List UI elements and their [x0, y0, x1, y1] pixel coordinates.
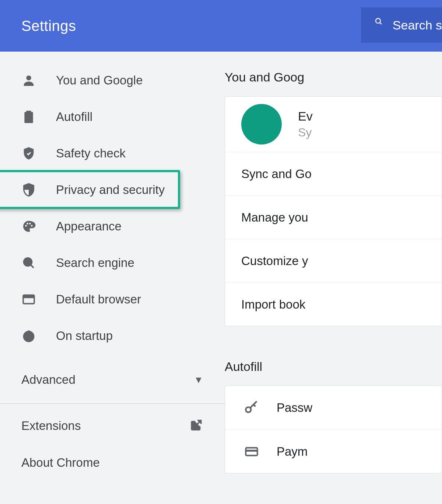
credit-card-icon: [241, 444, 262, 459]
sidebar-item-appearance[interactable]: Appearance: [0, 208, 225, 244]
svg-point-4: [27, 223, 28, 225]
svg-point-5: [29, 223, 31, 225]
row-customize-your-profile[interactable]: Customize y: [225, 239, 442, 282]
search-label: Search s: [393, 18, 442, 32]
search-box[interactable]: Search s: [361, 7, 442, 43]
sidebar-item-default-browser[interactable]: Default browser: [0, 281, 225, 317]
row-label: Customize y: [241, 254, 308, 268]
svg-point-2: [26, 75, 31, 80]
row-manage-your-google-account[interactable]: Manage you: [225, 195, 442, 239]
row-label: Paym: [277, 445, 308, 459]
profile-subtext: Sy: [298, 126, 313, 139]
main-content: You and Goog Ev Sy Sync and Go Manage yo…: [225, 52, 442, 504]
sidebar-item-label: Appearance: [56, 219, 122, 233]
sidebar-item-label: Default browser: [56, 292, 141, 306]
sidebar-item-you-and-google[interactable]: You and Google: [0, 62, 225, 98]
app-header: Settings Search s: [0, 0, 442, 52]
svg-rect-15: [246, 449, 257, 451]
sidebar: You and Google Autofill Safety check P: [0, 52, 225, 504]
autofill-card: Passw Paym: [225, 386, 442, 473]
sidebar-item-label: Autofill: [56, 110, 92, 124]
svg-line-1: [380, 22, 382, 24]
advanced-label: Advanced: [21, 373, 76, 387]
sidebar-item-label: About Chrome: [21, 456, 100, 470]
power-icon: [21, 329, 36, 343]
browser-icon: [21, 292, 36, 307]
avatar: [241, 104, 282, 145]
row-label: Import book: [241, 298, 305, 312]
sidebar-item-privacy-and-security[interactable]: Privacy and security: [0, 171, 225, 208]
sidebar-item-on-startup[interactable]: On startup: [0, 317, 225, 354]
sidebar-item-label: Search engine: [56, 256, 134, 270]
page-title: Settings: [21, 18, 76, 34]
person-icon: [21, 73, 36, 88]
sidebar-item-label: You and Google: [56, 73, 143, 87]
svg-point-7: [24, 258, 32, 266]
row-label: Sync and Go: [241, 167, 312, 181]
account-card: Ev Sy Sync and Go Manage you Customize y…: [225, 96, 442, 326]
sidebar-item-label: Privacy and security: [56, 183, 165, 197]
sidebar-item-about-chrome[interactable]: About Chrome: [0, 444, 225, 481]
chevron-down-icon: ▼: [194, 374, 203, 386]
svg-line-8: [31, 265, 34, 268]
sidebar-advanced-toggle[interactable]: Advanced ▼: [0, 361, 225, 398]
clipboard-icon: [21, 110, 36, 124]
key-icon: [241, 400, 262, 416]
shield-half-icon: [21, 183, 36, 197]
sidebar-item-search-engine[interactable]: Search engine: [0, 244, 225, 281]
row-payment-methods[interactable]: Paym: [225, 430, 442, 473]
sidebar-item-safety-check[interactable]: Safety check: [0, 135, 225, 171]
svg-point-6: [31, 225, 33, 227]
palette-icon: [21, 219, 36, 234]
row-label: Manage you: [241, 211, 308, 225]
svg-rect-10: [23, 295, 34, 298]
row-label: Passw: [277, 401, 312, 415]
sidebar-item-extensions[interactable]: Extensions: [0, 407, 225, 444]
profile-row[interactable]: Ev Sy: [225, 97, 442, 152]
search-icon: [21, 256, 36, 270]
search-icon: [374, 17, 383, 33]
section-title-autofill: Autofill: [225, 359, 442, 374]
sidebar-item-label: On startup: [56, 329, 113, 343]
row-import-bookmarks[interactable]: Import book: [225, 282, 442, 326]
svg-point-0: [376, 18, 380, 23]
profile-name: Ev: [298, 109, 313, 124]
row-passwords[interactable]: Passw: [225, 386, 442, 430]
section-title-you-and-google: You and Goog: [225, 70, 442, 84]
row-sync-and-google-services[interactable]: Sync and Go: [225, 152, 442, 195]
divider: [0, 403, 225, 404]
open-external-icon: [189, 418, 203, 434]
sidebar-item-label: Safety check: [56, 146, 126, 160]
sidebar-item-label: Extensions: [21, 419, 81, 433]
svg-point-3: [25, 225, 27, 227]
sidebar-item-autofill[interactable]: Autofill: [0, 98, 225, 135]
shield-check-icon: [21, 146, 36, 161]
